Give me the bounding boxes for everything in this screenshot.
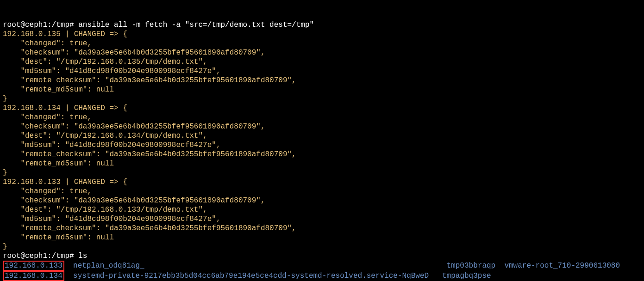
output-line: "checksum": "da39a3ee5e6b4b0d3255bfef956… [3, 49, 265, 57]
host-header: 192.168.0.133 | CHANGED => { [3, 178, 127, 186]
highlight-box: 192.168.0.134 [3, 271, 64, 281]
prompt-2-prefix: root@ceph1:/tmp# [3, 252, 78, 260]
output-line: "dest": "/tmp/192.168.0.135/tmp/demo.txt… [3, 58, 207, 66]
output-line: "remote_md5sum": null [3, 233, 114, 242]
output-line: "md5sum": "d41d8cd98f00b204e9800998ecf84… [3, 141, 220, 149]
ls-entry: netplan_odq81ag_ [73, 262, 144, 270]
output-line: } [3, 243, 7, 251]
output-line: "changed": true, [3, 39, 92, 48]
ls-entry: tmpagbq3pse [442, 272, 491, 280]
ls-entry: tmp03bbraqp [447, 262, 496, 270]
output-line: "changed": true, [3, 113, 92, 122]
output-line: "changed": true, [3, 187, 92, 195]
ls-dir: 192.168.0.134 [5, 272, 63, 280]
output-line: "checksum": "da39a3ee5e6b4b0d3255bfef956… [3, 196, 265, 205]
output-line: "remote_checksum": "da39a3ee5e6b4b0d3255… [3, 224, 296, 232]
highlight-box: 192.168.0.133 [3, 261, 64, 271]
output-line: "dest": "/tmp/192.168.0.134/tmp/demo.txt… [3, 132, 207, 140]
output-line: "dest": "/tmp/192.168.0.133/tmp/demo.txt… [3, 206, 207, 214]
output-line: } [3, 169, 7, 177]
output-line: "remote_checksum": "da39a3ee5e6b4b0d3255… [3, 76, 296, 85]
output-line: "md5sum": "d41d8cd98f00b204e9800998ecf84… [3, 215, 220, 223]
host-header: 192.168.0.135 | CHANGED => { [3, 30, 127, 38]
host-header: 192.168.0.134 | CHANGED => { [3, 104, 127, 112]
prompt-1-prefix: root@ceph1:/tmp# [3, 21, 78, 29]
output-line: "remote_md5sum": null [3, 86, 114, 94]
output-line: } [3, 95, 7, 103]
ls-entry: vmware-root_710-2990613080 [504, 262, 620, 270]
ls-entry: systemd-private-9217ebb3b5d04cc6ab79e194… [73, 272, 429, 280]
prompt-1-command: ansible all -m fetch -a "src=/tmp/demo.t… [78, 21, 314, 29]
output-line: "md5sum": "d41d8cd98f00b204e9800998ecf84… [3, 67, 220, 75]
output-line: "remote_md5sum": null [3, 159, 114, 168]
prompt-2-command: ls [78, 252, 87, 260]
output-line: "checksum": "da39a3ee5e6b4b0d3255bfef956… [3, 122, 265, 131]
ls-dir: 192.168.0.133 [5, 262, 63, 270]
output-line: "remote_checksum": "da39a3ee5e6b4b0d3255… [3, 150, 296, 159]
terminal[interactable]: root@ceph1:/tmp# ansible all -m fetch -a… [3, 20, 641, 281]
